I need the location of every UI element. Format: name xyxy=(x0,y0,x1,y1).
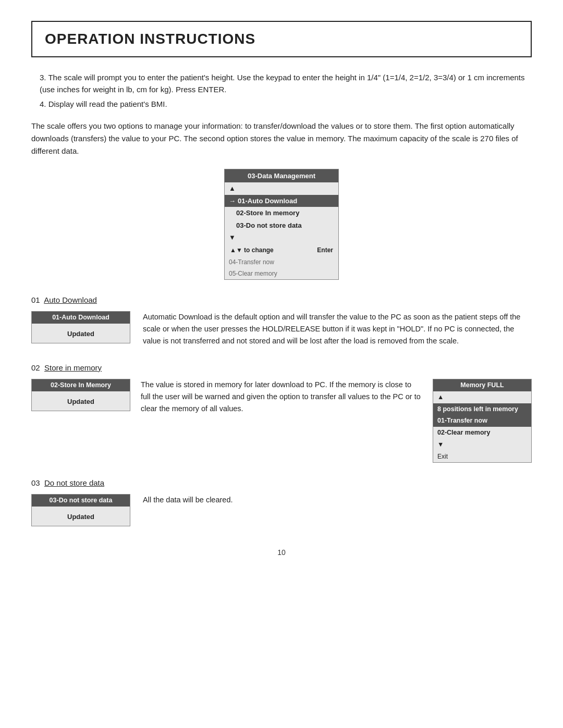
no-store-updated: Updated xyxy=(32,507,130,526)
section02-label: Store in memory xyxy=(44,363,102,372)
section01-label: Auto Download xyxy=(44,295,97,304)
intro-point3: 3. The scale will prompt you to enter th… xyxy=(31,72,532,95)
memory-full-item2: 02-Clear memory xyxy=(433,427,531,439)
memory-full-positions: 8 positions left in memory xyxy=(433,403,531,415)
main-menu-display: 03-Data Management ▲ → 01-Auto Download … xyxy=(224,169,339,280)
section01-screen: 01-Auto Download Updated xyxy=(31,311,130,343)
section03-screen: 03-Do not store data Updated xyxy=(31,494,130,526)
memory-full-display: Memory FULL ▲ 8 positions left in memory… xyxy=(433,379,532,463)
store-memory-updated: Updated xyxy=(32,391,130,411)
arrow-right-icon: → xyxy=(229,196,236,206)
main-menu-item3: 03-Do not store data xyxy=(225,219,338,232)
section03-row: 03-Do not store data Updated All the dat… xyxy=(31,494,532,526)
no-store-title: 03-Do not store data xyxy=(32,495,130,507)
triangle-up-icon: ▲ xyxy=(229,183,236,194)
auto-download-title: 01-Auto Download xyxy=(32,312,130,324)
section02-heading: 02 Store in memory xyxy=(31,362,532,374)
nav-enter-label: Enter xyxy=(317,245,333,255)
auto-download-screen: 01-Auto Download Updated xyxy=(31,311,130,343)
main-menu-arrow-up: ▲ xyxy=(225,182,338,195)
triangle-down-icon: ▼ xyxy=(229,232,236,243)
intro-point4: 4. Display will read the patient's BMI. xyxy=(31,98,532,110)
memory-full-exit: Exit xyxy=(433,451,531,462)
main-menu-item5: 05-Clear memory xyxy=(225,268,338,279)
store-memory-title: 02-Store In Memory xyxy=(32,379,130,391)
nav-change-label: ▲▼ to change xyxy=(230,245,274,255)
auto-download-updated: Updated xyxy=(32,324,130,343)
section03-heading: 03 Do not store data xyxy=(31,477,532,489)
intro-paragraph: The scale offers you two options to mana… xyxy=(31,120,532,157)
page-title: OPERATION INSTRUCTIONS xyxy=(45,28,518,50)
section03-description: All the data will be cleared. xyxy=(143,494,532,506)
memory-full-title: Memory FULL xyxy=(433,379,531,391)
main-menu-arrow-down: ▼ xyxy=(225,231,338,244)
section03-label: Do not store data xyxy=(44,478,104,487)
page-number: 10 xyxy=(31,547,532,558)
section02-row: 02-Store In Memory Updated The value is … xyxy=(31,379,532,463)
section01-heading: 01 Auto Download xyxy=(31,294,532,306)
intro-list: 3. The scale will prompt you to enter th… xyxy=(31,72,532,110)
main-menu-item1: → 01-Auto Download xyxy=(225,195,338,207)
section02-description: The value is stored in memory for later … xyxy=(141,379,422,415)
main-menu-item2: 02-Store In memory xyxy=(225,207,338,219)
store-memory-screen: 02-Store In Memory Updated xyxy=(31,379,130,411)
main-menu-item4: 04-Transfer now xyxy=(225,256,338,268)
page-title-box: OPERATION INSTRUCTIONS xyxy=(31,21,532,57)
memory-full-arrow-down: ▼ xyxy=(433,439,531,451)
main-menu-title: 03-Data Management xyxy=(225,169,338,183)
memory-full-arrow-up: ▲ xyxy=(433,391,531,403)
no-store-screen: 03-Do not store data Updated xyxy=(31,494,130,526)
section02-screen: 02-Store In Memory Updated xyxy=(31,379,130,411)
memory-full-item1: 01-Transfer now xyxy=(433,415,531,427)
main-menu-nav: ▲▼ to change Enter xyxy=(225,244,338,256)
section02-memory-full: Memory FULL ▲ 8 positions left in memory… xyxy=(433,379,532,463)
section01-row: 01-Auto Download Updated Automatic Downl… xyxy=(31,311,532,348)
section01-description: Automatic Download is the default option… xyxy=(143,311,532,348)
